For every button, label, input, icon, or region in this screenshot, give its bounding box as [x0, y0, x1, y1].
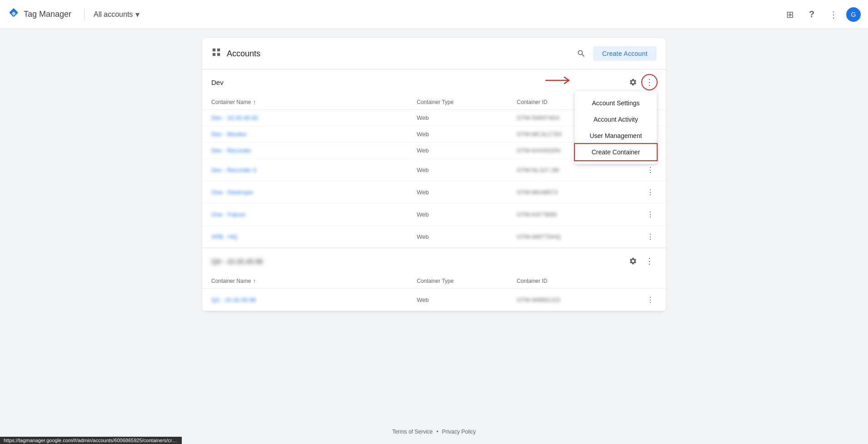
container-name: Dev - 10.20.40.82 [211, 114, 417, 121]
container-name: Dev - Recorder II [211, 167, 417, 173]
container-id: GTM-W9862J23 [517, 296, 635, 303]
table-header-qa: Container Name ↑ Container Type Containe… [202, 274, 666, 289]
panel-header: Accounts Create Account [202, 38, 666, 69]
create-container-menu-item[interactable]: Create Container [575, 144, 657, 160]
svg-rect-3 [217, 49, 220, 51]
container-name: One - Destroyer [211, 189, 417, 196]
account-name-dev: Dev [211, 79, 626, 86]
account-actions-qa: ⋮ [626, 254, 657, 268]
sort-asc-icon: ↑ [253, 277, 256, 285]
container-name: QA - 10.20.45.96 [211, 296, 417, 303]
row-actions: ⋮ [635, 208, 657, 221]
main-content: Accounts Create Account Dev [0, 29, 868, 444]
container-name: One - Falcon [211, 211, 417, 218]
container-name: Dev - Monitor [211, 131, 417, 138]
content-panel: Accounts Create Account Dev [202, 38, 666, 311]
account-name-blurred: QA - 10.20.45.96 [211, 257, 263, 265]
table-row[interactable]: One - Falcon Web GTM-K877B9D ⋮ [202, 203, 666, 226]
more-vert-icon: ⋮ [645, 256, 653, 266]
panel-title: Accounts [227, 49, 573, 59]
account-activity-menu-item[interactable]: Account Activity [575, 111, 657, 128]
container-id: GTM-NL327.2M [517, 167, 635, 173]
account-selector-label: All accounts [94, 10, 133, 19]
container-type: Web [417, 296, 517, 303]
status-bar: https://tagmanager.google.com/#/admin/ac… [0, 437, 182, 444]
nav-right-actions: ⊞ ? ⋮ G [781, 5, 861, 24]
container-id: GTM-MG48573 [517, 189, 635, 196]
row-actions: ⋮ [635, 163, 657, 176]
search-button[interactable] [573, 45, 589, 62]
app-logo: Tag Manager [7, 8, 71, 21]
row-more-button[interactable]: ⋮ [644, 186, 657, 198]
account-header-qa: QA - 10.20.45.96 ⋮ [202, 248, 666, 274]
sort-asc-icon: ↑ [253, 99, 256, 106]
container-type: Web [417, 167, 517, 173]
container-id: GTM-K877B9D [517, 211, 635, 218]
container-type: Web [417, 233, 517, 240]
container-type: Web [417, 147, 517, 154]
row-more-button[interactable]: ⋮ [644, 163, 657, 176]
container-type: Web [417, 189, 517, 196]
container-type: Web [417, 131, 517, 138]
col-header-container-name[interactable]: Container Name ↑ [211, 99, 417, 106]
container-name: APB - HQ [211, 233, 417, 240]
table-row[interactable]: APB - HQ Web GTM-W8T7DHQ ⋮ [202, 226, 666, 248]
col-header-container-id-qa[interactable]: Container ID [517, 277, 635, 285]
svg-rect-2 [213, 49, 215, 51]
container-name: Dev - Recorder [211, 147, 417, 154]
apps-icon-button[interactable]: ⊞ [781, 5, 799, 24]
account-more-button-dev[interactable]: ⋮ Account Settings Account Activity User… [642, 75, 657, 89]
svg-rect-5 [217, 53, 220, 56]
help-icon-button[interactable]: ? [803, 5, 821, 24]
more-vert-icon: ⋮ [829, 9, 838, 20]
nav-divider [84, 8, 85, 21]
account-selector[interactable]: All accounts ▾ [90, 8, 143, 21]
col-header-container-type[interactable]: Container Type [417, 99, 517, 106]
row-more-button[interactable]: ⋮ [644, 230, 657, 243]
container-id: GTM-W8T7DHQ [517, 233, 635, 240]
apps-grid-icon: ⊞ [786, 9, 794, 20]
account-settings-icon-button[interactable] [626, 75, 640, 89]
row-actions: ⋮ [635, 186, 657, 198]
table-row[interactable]: One - Destroyer Web GTM-MG48573 ⋮ [202, 181, 666, 203]
account-settings-menu-item[interactable]: Account Settings [575, 95, 657, 111]
user-avatar[interactable]: G [846, 7, 861, 22]
more-vert-icon: ⋮ [645, 77, 653, 87]
row-more-button[interactable]: ⋮ [644, 208, 657, 221]
row-more-button[interactable]: ⋮ [644, 293, 657, 306]
account-actions-dev: ⋮ Account Settings Account Activity User… [626, 75, 657, 89]
terms-link[interactable]: Terms of Service [392, 429, 433, 435]
col-header-container-type-qa[interactable]: Container Type [417, 277, 517, 285]
footer-separator: • [436, 429, 438, 435]
container-type: Web [417, 211, 517, 218]
account-section-dev: Dev ⋮ Account Settings Account Activity [202, 69, 666, 248]
more-options-button[interactable]: ⋮ [824, 5, 843, 24]
footer: Terms of Service • Privacy Policy [392, 429, 476, 435]
accounts-list-icon [211, 47, 221, 60]
help-icon: ? [809, 9, 814, 20]
col-header-container-name-qa[interactable]: Container Name ↑ [211, 277, 417, 285]
account-section-qa: QA - 10.20.45.96 ⋮ Container Name [202, 248, 666, 311]
account-name-qa: QA - 10.20.45.96 [211, 257, 626, 265]
row-actions: ⋮ [635, 293, 657, 306]
app-name: Tag Manager [24, 10, 71, 19]
svg-rect-4 [213, 53, 215, 56]
chevron-down-icon: ▾ [135, 10, 140, 20]
user-management-menu-item[interactable]: User Management [575, 128, 657, 144]
table-row[interactable]: QA - 10.20.45.96 Web GTM-W9862J23 ⋮ [202, 289, 666, 311]
privacy-link[interactable]: Privacy Policy [442, 429, 476, 435]
account-header-dev: Dev ⋮ Account Settings Account Activity [202, 69, 666, 95]
container-type: Web [417, 114, 517, 121]
account-more-button-qa[interactable]: ⋮ [642, 254, 657, 268]
account-settings-icon-button-qa[interactable] [626, 254, 640, 268]
create-account-button[interactable]: Create Account [593, 46, 657, 61]
account-dropdown-menu: Account Settings Account Activity User M… [575, 91, 657, 164]
tag-manager-logo-icon [7, 8, 20, 21]
top-nav: Tag Manager All accounts ▾ ⊞ ? ⋮ G [0, 0, 868, 29]
row-actions: ⋮ [635, 230, 657, 243]
